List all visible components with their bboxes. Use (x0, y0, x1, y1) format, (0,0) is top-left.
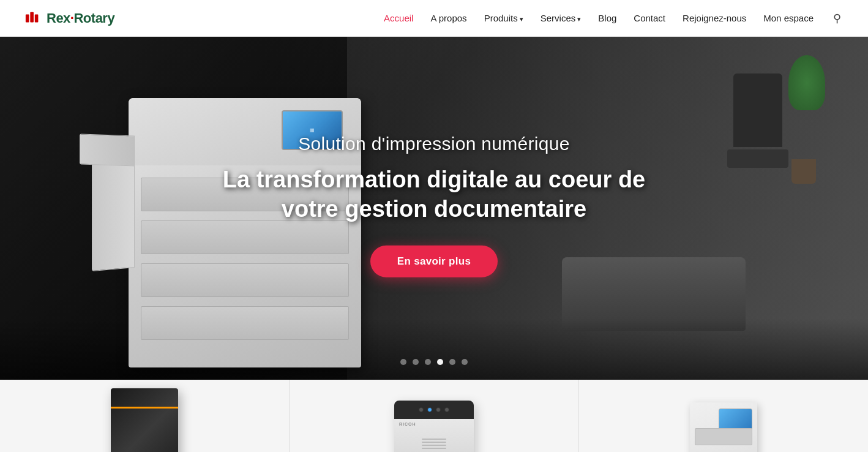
hero-title: La transformation digitale au coeur de v… (220, 165, 648, 224)
carousel-dot-2[interactable] (413, 359, 419, 365)
scanner-product: RICOH (394, 401, 474, 452)
card-item-scanner[interactable]: RICOH (290, 380, 579, 452)
hero-section: ▦ Solution d'impression numérique La tra… (0, 37, 868, 380)
carousel-dot-4[interactable] (437, 359, 443, 365)
hero-cta-button[interactable]: En savoir plus (370, 246, 498, 277)
search-button[interactable]: ⚲ (831, 9, 844, 28)
vent-line-3 (422, 445, 446, 446)
vent-line-4 (422, 448, 446, 449)
nav-item-accueil[interactable]: Accueil (384, 13, 413, 23)
backup-stripe (111, 407, 178, 409)
hero-content: Solution d'impression numérique La trans… (220, 134, 648, 277)
svg-rect-0 (26, 14, 29, 22)
logo[interactable]: Rex·Rotary (24, 10, 114, 27)
scanner-brand-label: RICOH (399, 422, 416, 426)
nav-item-produits[interactable]: Produits (484, 13, 523, 23)
nav-item-blog[interactable]: Blog (598, 13, 616, 23)
product-cards-section: Rex·Backup by Rex·Rotary RICOH (0, 380, 868, 452)
vent-line-1 (422, 439, 446, 440)
scanner-dot-2 (427, 407, 432, 412)
copier-tray-1 (695, 428, 752, 445)
backup-product: Rex·Backup by Rex·Rotary (111, 388, 178, 452)
main-nav: Accueil A propos Produits Services Blog … (384, 9, 844, 28)
nav-item-services[interactable]: Services (541, 13, 582, 23)
scanner-dot-1 (419, 407, 424, 412)
card-item-backup[interactable]: Rex·Backup by Rex·Rotary (0, 380, 290, 452)
copier-product (684, 387, 763, 453)
chair-decoration (721, 73, 795, 196)
svg-rect-1 (30, 12, 34, 22)
hero-subtitle: Solution d'impression numérique (220, 134, 648, 154)
carousel-dot-6[interactable] (462, 359, 468, 365)
nav-item-mon-espace[interactable]: Mon espace (763, 13, 814, 23)
nav-item-rejoignez-nous[interactable]: Rejoignez-nous (683, 13, 746, 23)
scanner-top (394, 401, 474, 419)
copier-body (690, 402, 757, 453)
carousel-dot-3[interactable] (425, 359, 431, 365)
scanner-vents (422, 439, 446, 449)
logo-icon (24, 10, 42, 27)
search-icon: ⚲ (833, 12, 841, 24)
vent-line-2 (422, 442, 446, 443)
logo-text: Rex·Rotary (47, 10, 114, 26)
nav-item-contact[interactable]: Contact (634, 13, 665, 23)
header: Rex·Rotary Accueil A propos Produits Ser… (0, 0, 868, 37)
nav-item-a-propos[interactable]: A propos (430, 13, 466, 23)
carousel-dot-1[interactable] (400, 359, 406, 365)
copier-screen (719, 409, 752, 430)
card-item-copier[interactable] (579, 380, 868, 452)
svg-rect-2 (35, 14, 39, 22)
scanner-dot-3 (436, 407, 441, 412)
carousel-dot-5[interactable] (449, 359, 455, 365)
scanner-dot-4 (444, 407, 449, 412)
carousel-dots (400, 359, 468, 365)
